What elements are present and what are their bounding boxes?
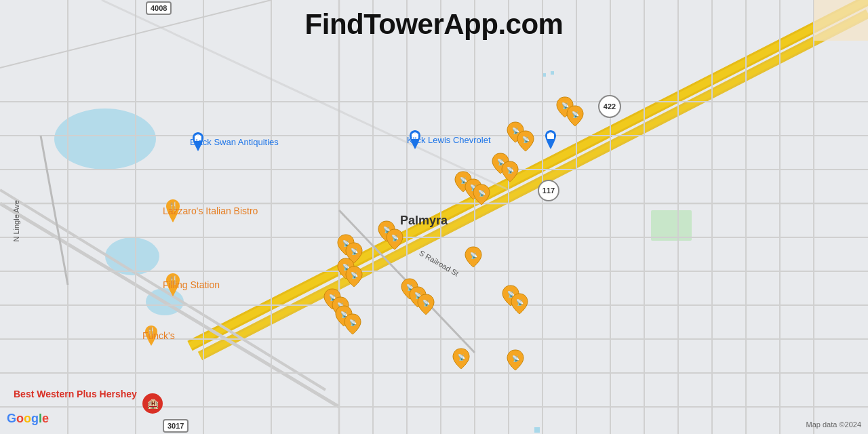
landmark-filling-station: Filling Station 🍴 [163,273,183,296]
map-data-copyright: Map data ©2024 [806,420,862,429]
landmark-best-western: Best Western Plus Hershey 🏨 [14,388,137,400]
black-swan-label: Black Swan Antiquities [190,137,279,147]
shopping-pin2-icon [542,130,559,149]
svg-rect-50 [547,134,554,139]
route-422: 422 [598,95,621,118]
funcks-label: Funck's [142,330,175,341]
klick-lewis-pin2 [542,130,559,152]
landmark-funcks: Funck's 🍴 [142,326,160,346]
svg-rect-7 [651,210,692,241]
svg-rect-5 [551,71,554,75]
svg-point-1 [54,108,156,170]
route-3017: 3017 [163,419,189,433]
route-4008: 4008 [146,1,172,15]
hotel-pin: 🏨 [142,393,163,414]
landmark-black-swan: Black Swan Antiquities [190,132,206,151]
landmark-klick-lewis: Klick Lewis Chevrolet [407,130,423,149]
svg-rect-47 [814,0,868,41]
map-container: FindTowerApp.com 4008 422 117 3017 Palmy… [0,0,868,434]
google-logo: Google [7,412,49,426]
road-label-n-lingle: N Lingle Ave [12,200,20,242]
city-label: Palmyra [400,214,448,228]
site-title: FindTowerApp.com [305,8,564,41]
filling-station-label: Filling Station [163,279,220,290]
landmark-lazzaro: Lazzaro's Italian Bistro 🍴 [163,199,183,222]
best-western-label: Best Western Plus Hershey [14,388,137,400]
route-117: 117 [538,180,559,201]
klick-lewis-label: Klick Lewis Chevrolet [407,135,491,145]
svg-rect-6 [534,427,540,433]
lazzaro-label: Lazzaro's Italian Bistro [163,205,258,216]
